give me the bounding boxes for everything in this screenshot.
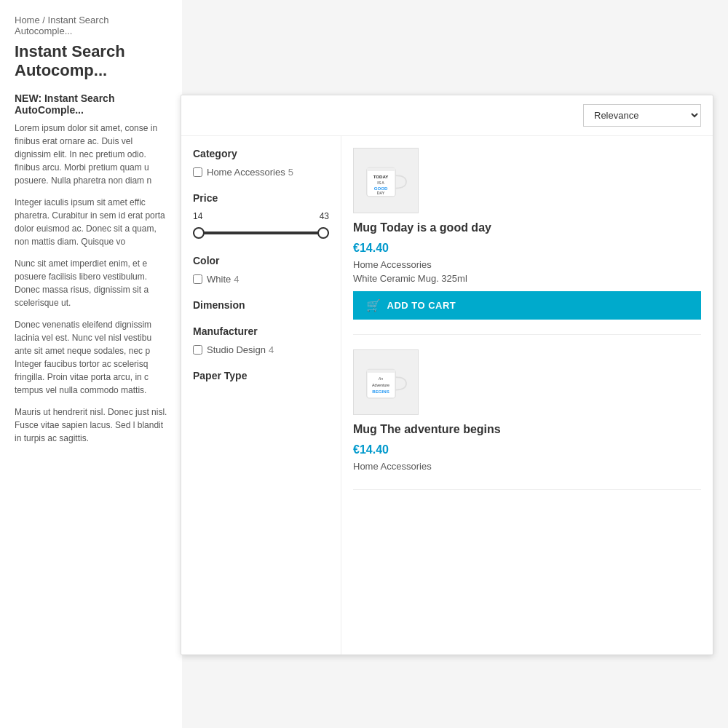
- slider-thumb-right[interactable]: [317, 227, 329, 239]
- slider-thumb-left[interactable]: [193, 227, 205, 239]
- product-category-1: Home Accessories: [353, 259, 701, 270]
- svg-text:GOOD: GOOD: [374, 186, 388, 191]
- svg-rect-1: [367, 168, 395, 171]
- bg-para-4: Donec venenatis eleifend dignissim lacin…: [15, 318, 167, 397]
- filter-color-item-white[interactable]: White 4: [193, 274, 329, 285]
- filter-dimension: Dimension: [193, 299, 329, 311]
- filter-category: Category Home Accessories 5: [193, 148, 329, 178]
- svg-text:BEGINS: BEGINS: [372, 389, 389, 394]
- product-price-1: €14.40: [353, 242, 701, 255]
- bg-para-2: Integer iaculis ipsum sit amet effic pha…: [15, 196, 167, 248]
- add-to-cart-button-1[interactable]: 🛒 ADD TO CART: [353, 291, 701, 320]
- product-image-1: TODAY IS A GOOD DAY: [353, 148, 419, 213]
- svg-text:An: An: [378, 376, 384, 381]
- product-name-2: Mug The adventure begins: [353, 422, 701, 438]
- sidebar-filters: Category Home Accessories 5 Price 14 43: [181, 136, 341, 654]
- product-name-1: Mug Today is a good day: [353, 221, 701, 236]
- slider-fill: [193, 232, 329, 234]
- mug-svg-2: An Adventure BEGINS: [360, 357, 411, 408]
- product-description-1: White Ceramic Mug. 325ml: [353, 273, 701, 284]
- section-title: NEW: Instant Search AutoComple...: [15, 92, 167, 116]
- filter-manufacturer-checkbox-studio[interactable]: [193, 345, 202, 355]
- svg-rect-7: [367, 369, 395, 372]
- cart-icon-1: 🛒: [366, 298, 381, 312]
- bg-para-1: Lorem ipsum dolor sit amet, conse in fin…: [15, 122, 167, 187]
- main-panel: Relevance Price: Low to High Price: High…: [181, 95, 713, 655]
- filter-price: Price 14 43: [193, 192, 329, 240]
- filter-category-title: Category: [193, 148, 329, 159]
- content-area: Category Home Accessories 5 Price 14 43: [181, 136, 713, 654]
- filter-manufacturer-title: Manufacturer: [193, 325, 329, 337]
- filter-price-title: Price: [193, 192, 329, 204]
- filter-manufacturer-count-studio: 4: [269, 344, 274, 355]
- filter-category-item-home[interactable]: Home Accessories 5: [193, 167, 329, 178]
- filter-color-count-white: 4: [234, 274, 239, 285]
- svg-text:DAY: DAY: [377, 191, 385, 195]
- filter-dimension-title: Dimension: [193, 299, 329, 311]
- price-max: 43: [320, 211, 329, 221]
- sort-select[interactable]: Relevance Price: Low to High Price: High…: [583, 104, 701, 127]
- filter-paper-type-title: Paper Type: [193, 370, 329, 381]
- filter-category-checkbox-home[interactable]: [193, 167, 202, 177]
- add-to-cart-label-1: ADD TO CART: [387, 300, 456, 311]
- filter-color-title: Color: [193, 255, 329, 266]
- filter-category-count-home: 5: [288, 167, 293, 178]
- filter-manufacturer: Manufacturer Studio Design 4: [193, 325, 329, 355]
- breadcrumb: Home / Instant Search Autocomple...: [15, 15, 167, 36]
- products-area: TODAY IS A GOOD DAY Mug Today is a good …: [341, 136, 713, 654]
- sort-bar: Relevance Price: Low to High Price: High…: [181, 95, 713, 136]
- svg-text:TODAY: TODAY: [373, 174, 389, 179]
- price-slider[interactable]: [193, 226, 329, 240]
- svg-text:IS A: IS A: [377, 181, 384, 185]
- product-category-2: Home Accessories: [353, 461, 701, 472]
- filter-color: Color White 4: [193, 255, 329, 285]
- page-title: Instant Search Autocomp...: [15, 42, 167, 81]
- product-image-2: An Adventure BEGINS: [353, 349, 419, 415]
- product-card-1: TODAY IS A GOOD DAY Mug Today is a good …: [353, 148, 701, 335]
- svg-text:Adventure: Adventure: [372, 383, 389, 387]
- filter-paper-type: Paper Type: [193, 370, 329, 381]
- product-price-2: €14.40: [353, 443, 701, 456]
- price-range-labels: 14 43: [193, 211, 329, 221]
- bg-para-5: Mauris ut hendrerit nisl. Donec just nis…: [15, 405, 167, 445]
- mug-svg-1: TODAY IS A GOOD DAY: [360, 155, 411, 206]
- bg-para-3: Nunc sit amet imperdiet enim, et e posue…: [15, 257, 167, 309]
- background-page: Home / Instant Search Autocomple... Inst…: [0, 0, 182, 728]
- filter-manufacturer-item-studio[interactable]: Studio Design 4: [193, 344, 329, 355]
- filter-color-checkbox-white[interactable]: [193, 274, 202, 284]
- price-min: 14: [193, 211, 202, 221]
- product-card-2: An Adventure BEGINS Mug The adventure be…: [353, 349, 701, 490]
